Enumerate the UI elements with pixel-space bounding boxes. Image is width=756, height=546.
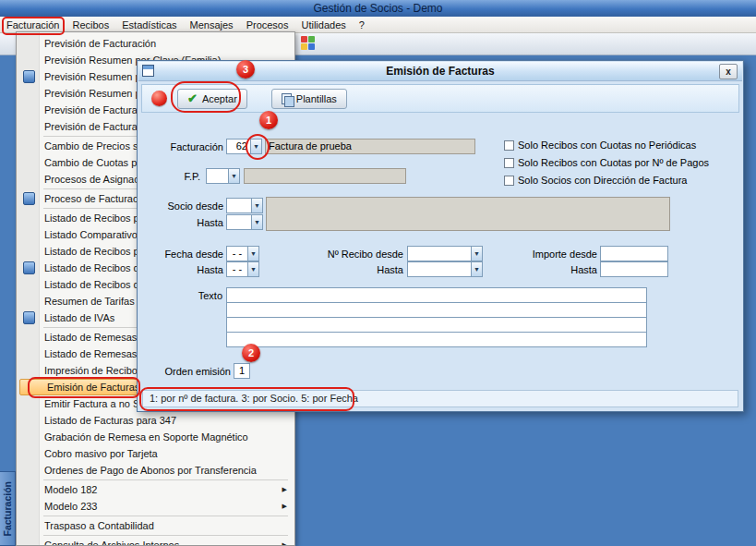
checkbox-cuotas-no-periodicas[interactable]: Solo Recibos con Cuotas no Periódicas — [504, 139, 696, 152]
submenu-arrow-icon: ▶ — [282, 541, 294, 546]
menu-separator — [43, 516, 288, 516]
fecha-desde-dropdown-button[interactable]: ▼ — [247, 246, 259, 261]
texto-line-4[interactable] — [226, 332, 647, 347]
exit-icon — [151, 91, 167, 106]
menu-item-label: Consulta de Archivos Internos — [40, 540, 282, 546]
texto-label: Texto — [152, 290, 222, 301]
dialog-window-icon — [142, 65, 154, 77]
checkbox-label: Solo Recibos con Cuotas no Periódicas — [518, 140, 696, 151]
menubar-item-estadisticas[interactable]: Estadísticas — [115, 17, 183, 32]
recibo-hasta-label: Hasta — [311, 264, 403, 275]
window-titlebar[interactable]: Gestión de Socios - Demo — [0, 0, 756, 17]
checkbox-direccion-factura[interactable]: Solo Socios con Dirección de Factura — [504, 174, 687, 187]
orden-emision-input[interactable]: 1 — [234, 363, 250, 379]
exit-button[interactable] — [148, 88, 170, 110]
menu-item-label: Ordenes de Pago de Abonos por Transferen… — [40, 465, 294, 476]
fecha-hasta-dropdown-button[interactable]: ▼ — [247, 261, 259, 277]
recibo-hasta-dropdown-button[interactable]: ▼ — [471, 261, 483, 277]
recibo-desde-dropdown-button[interactable]: ▼ — [471, 246, 483, 261]
socio-desde-label: Socio desde — [152, 200, 223, 212]
checkbox-box[interactable] — [504, 140, 514, 151]
menubar-item-mensajes[interactable]: Mensajes — [184, 17, 240, 32]
socio-hasta-input[interactable] — [226, 214, 252, 230]
annotation-rect-status — [139, 387, 354, 411]
facturacion-description-field: Factura de prueba — [265, 139, 475, 154]
checkbox-box[interactable] — [504, 158, 514, 168]
fecha-desde-label: Fecha desde — [152, 249, 223, 260]
grid-cell — [308, 36, 315, 42]
menubar-item-help[interactable]: ? — [353, 17, 371, 32]
menu-item-label: Listado de Facturas para 347 — [40, 415, 294, 426]
menu-item-label: Modelo 233 — [40, 501, 282, 512]
submenu-arrow-icon: ▶ — [282, 503, 294, 510]
menu-item-label: Cobro masivo por Tarjeta — [40, 448, 294, 459]
menubar-item-utilidades[interactable]: Utilidades — [294, 17, 352, 32]
menu-item-27[interactable]: Modelo 182▶ — [18, 481, 294, 498]
recibo-desde-label: Nº Recibo desde — [311, 249, 403, 260]
emision-facturas-dialog: Emisión de Facturas x ✔ Aceptar Plantill… — [137, 60, 744, 412]
submenu-arrow-icon: ▶ — [282, 486, 294, 493]
annotation-badge-1: 1 — [259, 111, 278, 129]
menu-item-doc-icon — [18, 192, 40, 205]
fp-label: F.P. — [152, 171, 200, 182]
menu-separator — [43, 479, 288, 480]
dialog-titlebar[interactable]: Emisión de Facturas x — [138, 62, 742, 81]
facturacion-label: Facturación — [152, 141, 223, 152]
importe-hasta-label: Hasta — [496, 264, 597, 275]
checkbox-label: Solo Socios con Dirección de Factura — [518, 175, 687, 186]
fecha-desde-input[interactable]: - - — [226, 246, 248, 261]
importe-desde-input[interactable] — [600, 246, 668, 261]
menu-item-label: Modelo 182 — [40, 484, 282, 495]
socio-hasta-dropdown-button[interactable]: ▼ — [251, 214, 263, 230]
menubar-item-procesos[interactable]: Procesos — [240, 17, 295, 32]
recibo-hasta-input[interactable] — [407, 261, 472, 277]
menu-item-26[interactable]: Ordenes de Pago de Abonos por Transferen… — [18, 462, 294, 479]
menu-item-24[interactable]: Grabación de Remesa en Soporte Magnético — [18, 429, 294, 445]
importe-hasta-input[interactable] — [600, 261, 668, 277]
menu-item-25[interactable]: Cobro masivo por Tarjeta — [18, 445, 294, 462]
menu-item-23[interactable]: Listado de Facturas para 347 — [18, 412, 294, 429]
sidebar-tab-label: Facturación — [2, 481, 13, 537]
menu-separator — [43, 535, 288, 536]
orden-emision-label: Orden emisión — [152, 366, 231, 377]
menubar-item-recibos[interactable]: Recibos — [66, 17, 115, 32]
menu-item-1[interactable]: Previsión de Facturación — [18, 35, 294, 52]
menu-item-29[interactable]: Traspaso a Contabilidad — [18, 517, 294, 534]
annotation-rect-menubar-facturacion — [2, 17, 65, 35]
grid-cell — [301, 36, 307, 42]
menu-item-label: Traspaso a Contabilidad — [40, 520, 294, 531]
close-button[interactable]: x — [719, 64, 738, 79]
recibo-desde-input[interactable] — [407, 246, 472, 261]
importe-desde-label: Importe desde — [496, 249, 597, 260]
annotation-badge-2: 2 — [242, 344, 260, 362]
menu-item-30[interactable]: Consulta de Archivos Internos▶ — [18, 537, 294, 546]
grid-cell — [308, 43, 315, 50]
fp-description-field — [244, 168, 406, 184]
socio-desde-dropdown-button[interactable]: ▼ — [251, 198, 263, 213]
texto-line-3[interactable] — [226, 317, 647, 333]
menu-item-label: Grabación de Remesa en Soporte Magnético — [40, 431, 294, 443]
socio-hasta-label: Hasta — [152, 217, 223, 228]
templates-button[interactable]: Plantillas — [271, 89, 347, 109]
templates-icon — [282, 93, 292, 104]
annotation-oval-facturacion-dropdown — [246, 134, 270, 160]
fp-dropdown-button[interactable]: ▼ — [228, 168, 240, 184]
grid-cell — [301, 43, 307, 50]
menu-item-label: Previsión de Facturación — [40, 38, 294, 49]
menu-item-doc-icon — [18, 311, 40, 324]
texto-line-1[interactable] — [226, 287, 647, 303]
fecha-hasta-label: Hasta — [152, 264, 223, 275]
menu-item-doc-icon — [18, 261, 40, 274]
annotation-oval-aceptar — [171, 81, 241, 113]
sidebar-tab-facturacion[interactable]: Facturación — [0, 471, 16, 546]
checkbox-cuotas-num-pagos[interactable]: Solo Recibos con Cuotas por Nº de Pagos — [504, 156, 709, 169]
colors-grid-icon[interactable] — [301, 36, 315, 50]
dialog-title: Emisión de Facturas — [138, 65, 742, 78]
texto-line-2[interactable] — [226, 302, 647, 318]
fecha-hasta-input[interactable]: - - — [226, 261, 248, 277]
menu-item-28[interactable]: Modelo 233▶ — [18, 498, 294, 515]
fp-input[interactable] — [206, 168, 229, 184]
checkbox-box[interactable] — [504, 176, 514, 186]
annotation-rect-emision-facturas — [28, 377, 140, 398]
socio-desde-input[interactable] — [226, 198, 252, 213]
